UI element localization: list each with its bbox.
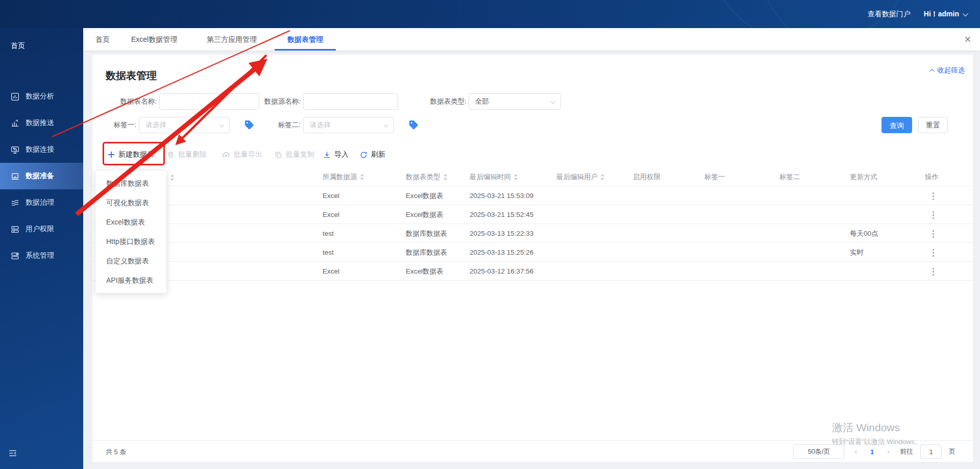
sidebar-item-data-connect[interactable]: 数据连接 [0, 136, 83, 163]
table-row[interactable]: test 数据库数据表 2025-03-13 15:25:26 实时 [92, 243, 973, 262]
sidebar-item-label: 数据治理 [26, 198, 54, 207]
dropdown-item-excel-table[interactable]: Excel数据表 [95, 212, 166, 232]
table-row[interactable]: test 数据库数据表 2025-03-13 15:22:33 每天00点 [92, 224, 973, 243]
table-type-label: 数据表类型: [429, 93, 467, 110]
column-header-edited-time[interactable]: 最后编辑时间 [470, 168, 518, 186]
push-chart-icon [11, 119, 19, 128]
sidebar-item-user-permission[interactable]: 用户权限 [0, 216, 83, 242]
new-data-table-button[interactable]: 新建数据表 [108, 146, 154, 163]
total-count: 共 5 条 [106, 448, 126, 457]
row-actions-menu-icon[interactable] [929, 229, 937, 239]
server-icon [11, 252, 19, 260]
chevron-down-icon [384, 122, 389, 128]
sidebar-item-label: 数据推送 [26, 118, 54, 128]
cell-edited-time: 2025-03-12 16:37:56 [470, 262, 533, 281]
batch-copy-label: 批量复制 [286, 150, 314, 159]
sidebar-item-label: 系统管理 [26, 251, 54, 260]
tab-third-party-app-manage[interactable]: 第三方应用管理 [207, 28, 257, 51]
user-menu[interactable]: Hi！admin [924, 10, 967, 19]
column-header-source[interactable]: 所属数据源 [323, 168, 364, 186]
sort-icon[interactable] [170, 175, 175, 181]
tag2-label: 标签二: [275, 117, 301, 133]
next-page-button[interactable]: › [884, 448, 893, 456]
source-name-label: 数据源名称: [263, 93, 301, 110]
tabbar: 首页 Excel数据管理 第三方应用管理 数据表管理 [83, 28, 980, 51]
import-icon [323, 151, 331, 159]
batch-delete-label: 批量删除 [178, 150, 207, 159]
batch-delete-button[interactable]: 批量删除 [167, 146, 207, 163]
refresh-icon [360, 151, 368, 159]
view-data-portal-link[interactable]: 查看数据门户 [868, 10, 911, 19]
reset-button[interactable]: 重置 [918, 117, 948, 133]
sort-icon [600, 174, 605, 180]
sidebar-collapse-button[interactable] [8, 449, 17, 460]
cell-source: Excel [323, 186, 339, 205]
dropdown-item-database-table[interactable]: 数据库数据表 [95, 174, 166, 193]
table-name-input[interactable] [159, 93, 259, 110]
sidebar-item-data-analysis[interactable]: 数据分析 [0, 83, 83, 110]
page-title: 数据表管理 [106, 69, 157, 83]
tab-close-button[interactable] [964, 35, 972, 43]
dropdown-item-visual-table[interactable]: 可视化数据表 [95, 193, 166, 212]
tag-icon [244, 119, 254, 130]
cell-edited-time: 2025-03-21 15:53:09 [470, 186, 533, 205]
table-name-label: 数据表名称: [96, 93, 157, 110]
row-actions-menu-icon[interactable] [929, 267, 937, 277]
main-area: 首页 Excel数据管理 第三方应用管理 数据表管理 收起筛选 数据表管理 数据… [83, 28, 980, 469]
column-header-actions: 操作 [925, 168, 939, 186]
copy-icon [275, 151, 282, 159]
tab-data-table-manage[interactable]: 数据表管理 [287, 28, 323, 51]
cell-type: Excel数据表 [406, 205, 444, 224]
column-header-type[interactable]: 数据表类型 [406, 168, 448, 186]
goto-label: 前往 [900, 447, 913, 456]
search-button[interactable]: 查询 [881, 117, 912, 133]
laptop-icon [11, 172, 19, 181]
collapse-filter-link[interactable]: 收起筛选 [931, 66, 965, 75]
sidebar-item-label: 用户权限 [26, 225, 54, 234]
page-size-select[interactable]: 50条/页 [793, 445, 844, 459]
collapse-filter-label: 收起筛选 [937, 66, 965, 75]
current-page-button[interactable]: 1 [867, 448, 877, 456]
topbar: 查看数据门户 Hi！admin [0, 0, 980, 28]
tag2-select[interactable]: 请选择 [303, 117, 394, 133]
source-name-input[interactable] [303, 93, 398, 110]
column-header-permission: 启用权限 [633, 168, 660, 186]
tab-home[interactable]: 首页 [95, 28, 110, 51]
batch-export-button[interactable]: 批量导出 [222, 146, 262, 163]
cell-type: Excel数据表 [406, 262, 444, 281]
bar-chart-icon [11, 92, 19, 101]
table-type-select[interactable]: 全部 [469, 93, 561, 110]
column-header-edited-user[interactable]: 最后编辑用户 [556, 168, 605, 186]
cell-type: Excel数据表 [406, 186, 444, 205]
sidebar-item-data-governance[interactable]: 数据治理 [0, 189, 83, 216]
sidebar-item-data-push[interactable]: 数据推送 [0, 110, 83, 136]
table-row[interactable]: Excel Excel数据表 2025-03-12 16:37:56 [92, 262, 973, 281]
tab-excel-data-manage[interactable]: Excel数据管理 [131, 28, 177, 51]
table-type-value: 全部 [475, 97, 489, 105]
cell-source: Excel [323, 205, 339, 224]
row-actions-menu-icon[interactable] [929, 248, 937, 258]
dropdown-item-api-table[interactable]: API服务数据表 [95, 270, 166, 290]
row-actions-menu-icon[interactable] [929, 191, 937, 201]
sidebar-item-system-manage[interactable]: 系统管理 [0, 242, 83, 269]
import-label: 导入 [334, 150, 349, 159]
import-button[interactable]: 导入 [323, 146, 349, 163]
user-greeting: Hi！admin [924, 10, 959, 19]
sidebar-item-home[interactable]: 首页 [0, 28, 83, 51]
cell-update-mode: 实时 [850, 243, 864, 262]
tag1-manage-button[interactable] [244, 119, 255, 131]
batch-copy-button[interactable]: 批量复制 [275, 146, 314, 163]
row-actions-menu-icon[interactable] [929, 210, 937, 220]
dropdown-item-http-table[interactable]: Http接口数据表 [95, 232, 166, 251]
content-card: 收起筛选 数据表管理 数据表名称: 数据源名称: 数据表类型: 全部 标签一: … [92, 55, 973, 462]
table-row[interactable]: Excel Excel数据表 2025-03-21 15:52:45 [92, 205, 973, 224]
goto-page-input[interactable] [920, 445, 942, 459]
dropdown-item-custom-table[interactable]: 自定义数据表 [95, 251, 166, 270]
tag2-manage-button[interactable] [408, 119, 420, 131]
table-row[interactable]: Excel Excel数据表 2025-03-21 15:53:09 [92, 186, 973, 205]
column-header-tag1: 标签一 [704, 168, 725, 186]
sidebar-item-data-prepare[interactable]: 数据准备 [0, 163, 83, 189]
tag1-select[interactable]: 请选择 [139, 117, 230, 133]
prev-page-button[interactable]: ‹ [851, 448, 860, 456]
refresh-button[interactable]: 刷新 [360, 146, 385, 163]
